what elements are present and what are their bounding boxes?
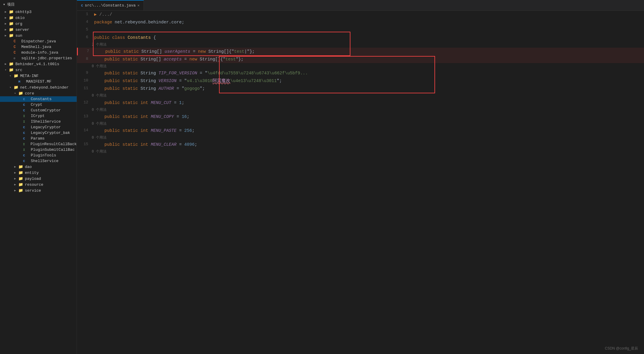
arrow-icon: ▶ [14, 189, 18, 192]
line-content: public static int MENU_CLEAR = 4096; [92, 141, 644, 148]
sidebar-item-crypt[interactable]: ▶ C Crypt [0, 102, 77, 108]
sidebar-label: MemShell.java [21, 45, 51, 49]
folder-icon: 📁 [9, 33, 14, 38]
sidebar-item-memshell[interactable]: ▶ C MemShell.java [0, 44, 77, 50]
sidebar-item-shellservice[interactable]: ▶ C ShellService [0, 158, 77, 164]
sidebar-item-entity[interactable]: ▶ 📁 entity [0, 170, 77, 176]
folder-icon: 📁 [18, 164, 24, 169]
line-num: 9 [77, 69, 92, 76]
line-content: public static int MENU_CUT = 1; [92, 99, 644, 106]
code-line-4: 4 package net.rebeyond.behinder.core; [77, 18, 644, 26]
sidebar-label: LegacyCryptor [31, 125, 61, 129]
usage-hint-0e: 0 个用法 [77, 134, 644, 141]
sidebar-item-okhttp3[interactable]: ▶ 📁 okhttp3 [0, 9, 77, 15]
sidebar-item-sqlite[interactable]: ▶ ⚙ sqlite-jdbc.properties [0, 55, 77, 61]
sidebar-item-dispatcher[interactable]: ▶ C Dispatcher.java [0, 39, 77, 44]
line-num: 5 [77, 26, 92, 33]
code-line-15: 15 public static int MENU_CLEAR = 4096; [77, 141, 644, 148]
folder-icon: 📁 [18, 188, 24, 193]
sidebar-label: okhttp3 [15, 10, 32, 14]
interface-icon: I [23, 114, 28, 118]
props-icon: ⚙ [14, 57, 19, 60]
arrow-icon: ▶ [5, 16, 9, 20]
tab-bar: C src\...\Constants.java ✕ [77, 0, 644, 11]
sidebar-header[interactable]: ▾ 项目 [0, 0, 77, 9]
line-content [92, 26, 644, 33]
sidebar-item-netrebeyond[interactable]: ▾ 📁 net.rebeyond.behinder [0, 84, 77, 90]
line-num: 10 [77, 77, 92, 84]
sidebar-item-metainf[interactable]: ▾ 📁 META-INF [0, 73, 77, 79]
line-content: package net.rebeyond.behinder.core; [92, 18, 644, 26]
sidebar-item-payload[interactable]: ▶ 📁 payload [0, 176, 77, 182]
sidebar-item-pluginsubmitcallbac[interactable]: ▶ I PluginSubmitCallBac [0, 147, 77, 153]
sidebar-label: Crypt [31, 102, 42, 107]
sidebar-item-legacycryptor[interactable]: ▶ C LegacyCryptor [0, 124, 77, 130]
code-editor[interactable]: 1 ▶ /.../ 4 package net.rebeyond.behinde… [77, 11, 644, 354]
code-line-14: 14 public static int MENU_PASTE = 256; [77, 127, 644, 134]
code-line-8: 8 public static String[] accepts = new S… [77, 55, 644, 63]
line-num: 8 [77, 55, 92, 62]
sidebar-item-icrypt[interactable]: ▶ I ICrypt [0, 113, 77, 119]
tab-close-button[interactable]: ✕ [137, 3, 139, 8]
folder-icon: 📁 [18, 182, 24, 187]
sidebar-item-behinder[interactable]: ▶ 📁 Behinder_v4.1.t00ls [0, 61, 77, 67]
sidebar-item-dao[interactable]: ▶ 📁 dao [0, 164, 77, 170]
line-content: public static String TIP_FOR_VERSION = "… [92, 69, 644, 77]
java-icon: C [14, 45, 19, 49]
sidebar-item-sun[interactable]: ▶ 📁 sun [0, 33, 77, 39]
arrow-icon: ▶ [14, 183, 18, 186]
folder-icon: 📁 [9, 9, 14, 14]
interface-icon: I [23, 142, 28, 146]
sidebar-item-constants[interactable]: ▶ C Constants [0, 96, 77, 102]
sidebar-item-plugintools[interactable]: ▶ C PluginTools [0, 153, 77, 158]
sidebar-item-pluginresultcallback[interactable]: ▶ I PluginResultCallBack [0, 141, 77, 147]
sidebar-label: PluginResultCallBack [30, 142, 77, 146]
usage-hint-2: 2 个用法 [77, 41, 644, 48]
tab-constants[interactable]: C src\...\Constants.java ✕ [77, 0, 144, 10]
code-line-12: 12 public static int MENU_CUT = 1; [77, 99, 644, 107]
java-icon: C [14, 39, 19, 44]
sidebar-label: server [15, 28, 29, 32]
line-num: 6 [77, 34, 92, 41]
sidebar-label: IShellService [31, 119, 61, 124]
usage-hint-0f: 0 个用法 [77, 148, 644, 155]
sidebar-item-moduleinfo[interactable]: ▶ C module-info.java [0, 50, 77, 55]
line-num: 1 [77, 11, 92, 17]
sidebar-label: entity [25, 171, 39, 175]
sidebar-item-server[interactable]: ▶ 📁 server [0, 27, 77, 33]
folder-icon: 📁 [9, 68, 14, 72]
watermark: CSDN @config_星辰 [605, 346, 638, 351]
line-content: public static String[] userAgents = new … [93, 48, 644, 55]
sidebar-item-src[interactable]: ▾ 📁 src [0, 67, 77, 73]
sidebar-label: ICrypt [31, 114, 45, 118]
class-icon: C [23, 126, 28, 129]
folder-icon: 📁 [9, 15, 14, 20]
code-line-11: 11 public static String AUTHOR = "gogogo… [77, 85, 644, 92]
code-line-9: 9 public static String TIP_FOR_VERSION =… [77, 69, 644, 77]
sidebar-item-customcryptor[interactable]: ▶ C CustomCryptor [0, 108, 77, 113]
sidebar-label: dao [25, 165, 32, 169]
line-num: 14 [77, 127, 92, 134]
line-num: 7 [78, 48, 93, 55]
class-icon: C [23, 109, 28, 112]
class-icon: C [23, 131, 28, 135]
sidebar-item-core[interactable]: ▾ 📁 core [0, 90, 77, 96]
sidebar-label: resource [25, 182, 43, 187]
sidebar-item-okio[interactable]: ▶ 📁 okio [0, 15, 77, 21]
sidebar-item-resource[interactable]: ▶ 📁 resource [0, 182, 77, 188]
line-content: public static String AUTHOR = "gogogo"; [92, 85, 644, 92]
sidebar-label: sqlite-jdbc.properties [21, 56, 72, 60]
arrow-icon: ▾ [5, 68, 9, 72]
sidebar-item-params[interactable]: ▶ C Params [0, 136, 77, 141]
class-icon: C [23, 97, 28, 101]
sidebar-item-legacycryptorbak[interactable]: ▶ C LegacyCryptor_bak [0, 130, 77, 136]
sidebar-label: okio [15, 16, 25, 20]
sidebar-item-ishellservice[interactable]: ▶ I IShellService [0, 119, 77, 124]
code-wrapper: 1 ▶ /.../ 4 package net.rebeyond.behinde… [77, 11, 644, 155]
sidebar-item-service[interactable]: ▶ 📁 service [0, 188, 77, 193]
sidebar-item-manifest[interactable]: ▶ M MANIFEST.MF [0, 79, 77, 84]
class-icon: C [23, 159, 28, 163]
arrow-icon: ▶ [14, 165, 18, 169]
line-content: public class Constants { [92, 34, 644, 41]
sidebar-item-org[interactable]: ▶ 📁 org [0, 21, 77, 27]
